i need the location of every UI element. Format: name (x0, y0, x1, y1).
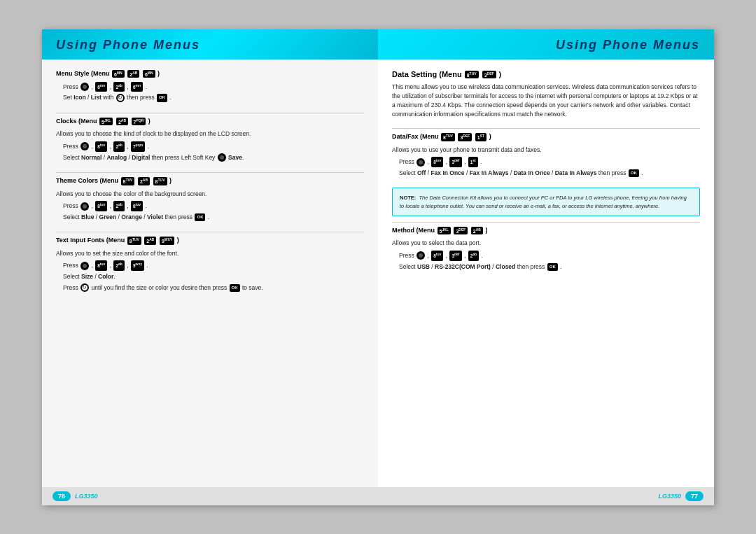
text-input-description: Allows you to set the size and color of … (56, 249, 364, 258)
menu-key-icon-2 (80, 142, 89, 150)
badge-7: 7PQR (132, 118, 146, 125)
method-heading: Method (Menu 5JKL 3DEF 2AB ) (392, 227, 700, 234)
soft-key-icon (218, 153, 226, 162)
text-input-steps: Press , 8tuv , 2ab , 9wxy . Select Size … (56, 260, 364, 293)
m-step-2: Select USB / RS-232C(COM Port) / Closed … (399, 262, 700, 272)
m-key-8: 8tuv (431, 251, 443, 261)
divider-r1 (392, 128, 700, 129)
m-key-2: 2ab (468, 251, 479, 261)
key-6: 6mn (95, 82, 107, 92)
text-input-fonts-section: Text Input Fonts (Menu 8TUV 2AB 9WXY ) A… (56, 237, 364, 293)
theme-colors-section: Theme Colors (Menu 8TUV 2AB 8TUV ) Allow… (56, 177, 364, 222)
key-7: 7pqrs (131, 141, 145, 152)
ok-key-3: OK (230, 284, 240, 293)
badge-2b: 2AB (116, 118, 128, 125)
page-container: Using Phone Menus Menu Style (Menu 6MN 2… (42, 29, 714, 505)
badge-5: 5JKL (99, 118, 113, 125)
note-label: NOTE: (400, 195, 416, 201)
menu-key-4 (80, 262, 89, 270)
method-steps: Press , 8tuv , 3def , 2ab . Select USB /… (392, 251, 700, 272)
menu-style-section: Menu Style (Menu 6MN 2AB 6MN ) Press , 6… (56, 70, 364, 103)
badge-8b: 8TUV (153, 177, 167, 185)
key-8c: 8tuv (95, 201, 107, 211)
m-key-3: 3def (449, 251, 461, 261)
left-page-content: Menu Style (Menu 6MN 2AB 6MN ) Press , 6… (42, 59, 378, 487)
ok-key: OK (157, 94, 167, 102)
right-page-title: Using Phone Menus (392, 38, 700, 52)
data-setting-description: This menu allows you to use wireless dat… (392, 83, 700, 118)
key-2g: 2ab (113, 260, 124, 271)
clocks-heading: Clocks (Menu 5JKL 2AB 7PQR ) (56, 118, 364, 125)
badge-6b: 6MN (143, 70, 155, 78)
right-footer: LG3350 77 (378, 487, 714, 505)
df-step-1: Press , 8tuv , 3def , 1st . (399, 157, 700, 167)
note-box: NOTE: The Data Connection Kit allows you… (392, 188, 700, 216)
font-step-3: Press until you find the size or color y… (63, 283, 364, 293)
clocks-step-1: Press , 8tuv , 2ab , 7pqrs . (63, 141, 364, 152)
left-page: Using Phone Menus Menu Style (Menu 6MN 2… (42, 29, 378, 505)
right-page-content: Data Setting (Menu 8TUV 3DEF ) This menu… (378, 59, 714, 487)
data-fax-steps: Press , 8tuv , 3def , 1st . Select Off /… (392, 157, 700, 178)
font-step-2: Select Size / Color. (63, 272, 364, 282)
badge-8a: 8TUV (121, 177, 135, 185)
ds-badge-8: 8TUV (465, 71, 479, 78)
m-ok: OK (547, 263, 558, 272)
key-8d: 8tuv (131, 201, 143, 211)
df-step-2: Select Off / Fax In Once / Fax In Always… (399, 169, 700, 178)
data-fax-heading: Data/Fax (Menu 8TUV 3DEF 1ST ) (392, 133, 700, 141)
df-key-3: 3def (449, 157, 461, 167)
key-9b: 9wxy (131, 260, 144, 271)
df-badge-8: 8TUV (441, 133, 455, 141)
left-footer: 78 LG3350 (42, 487, 378, 505)
df-ok: OK (629, 169, 639, 178)
divider-1 (56, 113, 364, 113)
theme-step-1: Press , 8tuv , 2ab , 8tuv . (63, 201, 364, 211)
clocks-description: Allows you to choose the kind of clock t… (56, 129, 364, 139)
clocks-steps: Press , 8tuv , 2ab , 7pqrs . Select Norm… (56, 141, 364, 162)
method-description: Allows you to select the data port. (392, 239, 700, 248)
data-setting-section: Data Setting (Menu 8TUV 3DEF ) This menu… (392, 70, 700, 119)
theme-step-2: Select Blue / Green / Orange / Violet th… (63, 213, 364, 223)
note-text: NOTE: The Data Connection Kit allows you… (400, 194, 692, 210)
ok-key-2: OK (195, 213, 205, 222)
df-key-8: 8tuv (431, 157, 443, 167)
nav-circle-icon (116, 94, 125, 102)
m-badge-2: 2AB (471, 227, 483, 234)
scroll-icon (80, 283, 89, 292)
key-2e: 2ab (113, 201, 124, 211)
theme-colors-heading: Theme Colors (Menu 8TUV 2AB 8TUV ) (56, 177, 364, 185)
divider-2 (56, 172, 364, 173)
left-page-number: 78 (52, 491, 71, 501)
step-1: Press , 6mn , 2ab , 6mn . (63, 82, 364, 92)
key-6b: 6mn (131, 82, 143, 92)
badge-6: 6MN (112, 70, 125, 78)
m-step-1: Press , 8tuv , 3def , 2ab . (399, 251, 700, 261)
key-8: 8tuv (95, 141, 107, 152)
theme-colors-steps: Press , 8tuv , 2ab , 8tuv . Select Blue … (56, 201, 364, 222)
right-page: Using Phone Menus Data Setting (Menu 8TU… (378, 29, 714, 505)
key-2c: 2ab (113, 141, 124, 152)
key-2: 2ab (113, 82, 124, 92)
badge-2d: 2AB (138, 177, 150, 185)
clocks-section: Clocks (Menu 5JKL 2AB 7PQR ) Allows you … (56, 118, 364, 162)
divider-3 (56, 232, 364, 232)
m-badge-3: 3DEF (454, 227, 468, 234)
df-badge-3: 3DEF (458, 133, 472, 141)
badge-2f: 2AB (144, 237, 156, 244)
df-badge-1: 1ST (475, 133, 486, 141)
badge-2: 2AB (127, 70, 139, 78)
df-key-1: 1st (468, 157, 478, 167)
note-content: The Data Connection Kit allows you to co… (400, 195, 687, 209)
badge-8e: 8TUV (127, 237, 141, 244)
page-title: Using Phone Menus (56, 38, 364, 52)
theme-colors-description: Allows you to choose the color of the ba… (56, 190, 364, 199)
left-page-header: Using Phone Menus (42, 29, 378, 59)
menu-key-icon (80, 83, 89, 91)
left-brand: LG3350 (75, 493, 98, 500)
df-key-icon (416, 158, 425, 167)
data-fax-description: Allows you to use your phone to transmit… (392, 146, 700, 155)
data-setting-heading: Data Setting (Menu 8TUV 3DEF ) (392, 70, 700, 79)
right-brand: LG3350 (658, 493, 681, 500)
menu-style-steps: Press , 6mn , 2ab , 6mn . Set Icon / Lis… (56, 82, 364, 103)
key-8e2: 8tuv (95, 260, 107, 271)
